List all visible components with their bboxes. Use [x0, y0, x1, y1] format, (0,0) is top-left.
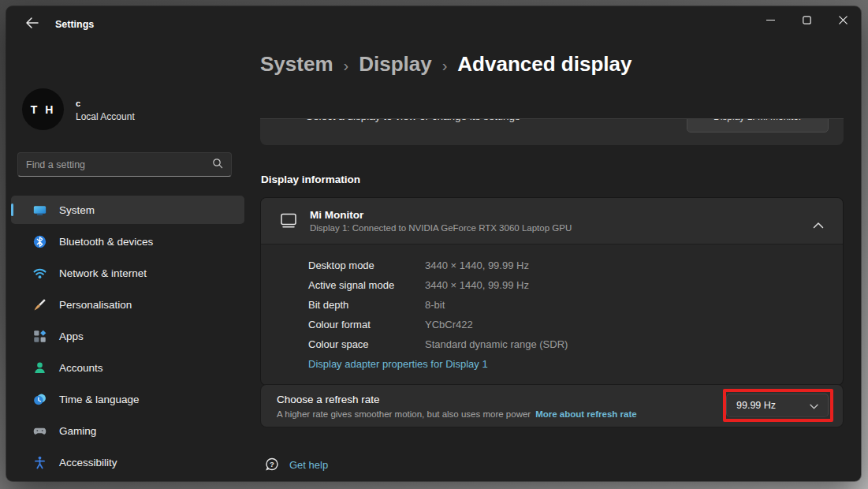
sidebar-item-system[interactable]: System	[11, 196, 244, 224]
window-title: Settings	[55, 19, 94, 30]
sidebar-item-gaming[interactable]: Gaming	[11, 416, 244, 445]
back-button[interactable]	[19, 13, 46, 35]
monitor-card-header[interactable]: Mi Monitor Display 1: Connected to NVIDI…	[261, 198, 843, 244]
sidebar-item-label: Gaming	[59, 425, 96, 437]
close-button[interactable]	[825, 6, 861, 33]
sidebar-item-privacy-security[interactable]: Privacy & security	[11, 480, 244, 481]
accessibility-icon	[33, 456, 47, 469]
breadcrumb-separator: ›	[442, 57, 448, 75]
detail-label: Desktop mode	[308, 259, 425, 271]
breadcrumb-system[interactable]: System	[260, 52, 333, 77]
detail-value: 3440 × 1440, 99.99 Hz	[425, 259, 529, 271]
desktop-background: Settings T H c Local Account	[0, 0, 868, 489]
detail-label: Colour space	[308, 338, 425, 350]
display-selector-dropdown-clipped[interactable]: Display 1: Mi Monitor	[687, 118, 829, 133]
sidebar-item-network-internet[interactable]: Network & internet	[11, 259, 244, 287]
user-name: c	[76, 99, 80, 108]
monitor-card-body: Desktop mode 3440 × 1440, 99.99 Hz Activ…	[261, 244, 843, 385]
detail-row-colour-format: Colour format YCbCr422	[308, 315, 843, 334]
settings-window: Settings T H c Local Account	[6, 6, 861, 481]
sidebar-item-label: Accessibility	[59, 457, 117, 468]
get-help-row[interactable]: ? Get help	[263, 457, 328, 473]
content-column: Select a display to view or change its s…	[260, 118, 844, 145]
maximize-button[interactable]	[788, 6, 825, 33]
detail-row-active-signal-mode: Active signal mode 3440 × 1440, 99.99 Hz	[308, 275, 843, 295]
accounts-icon	[33, 361, 47, 375]
detail-row-desktop-mode: Desktop mode 3440 × 1440, 99.99 Hz	[308, 256, 843, 275]
detail-row-colour-space: Colour space Standard dynamic range (SDR…	[308, 334, 843, 354]
close-icon	[839, 16, 848, 24]
sidebar: T H c Local Account System	[6, 43, 260, 481]
sidebar-item-label: Time & language	[59, 394, 140, 405]
sidebar-item-apps[interactable]: Apps	[11, 322, 244, 350]
display-adapter-properties-link[interactable]: Display adapter properties for Display 1	[308, 358, 488, 370]
detail-label: Colour format	[308, 319, 425, 330]
system-icon	[33, 203, 47, 217]
sidebar-item-personalisation[interactable]: Personalisation	[11, 290, 244, 319]
selected-indicator-pill	[11, 203, 13, 216]
display-information-heading: Display information	[261, 174, 360, 185]
titlebar[interactable]: Settings	[6, 6, 861, 43]
sidebar-item-accessibility[interactable]: Accessibility	[11, 448, 244, 476]
time-language-icon	[33, 393, 47, 406]
breadcrumb-separator: ›	[344, 57, 349, 75]
avatar[interactable]: T H	[22, 88, 64, 130]
minimize-button[interactable]	[752, 6, 788, 33]
bluetooth-icon	[33, 235, 47, 248]
get-help-icon: ?	[263, 457, 280, 473]
detail-row-bit-depth: Bit depth 8-bit	[308, 295, 843, 315]
sidebar-item-label: Accounts	[59, 362, 103, 374]
sidebar-item-label: Network & internet	[59, 267, 147, 279]
refresh-rate-value: 99.99 Hz	[736, 400, 776, 411]
sidebar-item-accounts[interactable]: Accounts	[11, 353, 244, 382]
detail-value: Standard dynamic range (SDR)	[425, 338, 568, 350]
sidebar-item-time-language[interactable]: Time & language	[11, 385, 244, 413]
account-type-label: Local Account	[76, 111, 135, 122]
detail-value: 8-bit	[425, 299, 445, 311]
sidebar-item-label: Bluetooth & devices	[59, 236, 153, 248]
apps-icon	[33, 330, 47, 343]
detail-value: 3440 × 1440, 99.99 Hz	[425, 279, 529, 291]
gaming-icon	[33, 424, 47, 438]
caption-controls	[752, 6, 861, 33]
refresh-rate-title: Choose a refresh rate	[277, 394, 380, 405]
sidebar-item-label: System	[59, 204, 95, 216]
refresh-rate-card: Choose a refresh rate A higher rate give…	[260, 384, 844, 427]
back-arrow-icon	[25, 17, 39, 32]
more-about-refresh-rate-link[interactable]: More about refresh rate	[535, 409, 636, 419]
sidebar-item-label: Apps	[59, 330, 84, 342]
main-content: System › Display › Advanced display Sele…	[260, 43, 861, 481]
maximize-icon	[803, 16, 811, 24]
sidebar-item-label: Personalisation	[59, 299, 132, 311]
display-selector-label-clipped: Select a display to view or change its s…	[306, 118, 520, 125]
detail-label: Active signal mode	[308, 279, 425, 291]
network-icon	[33, 267, 47, 280]
detail-label: Bit depth	[308, 299, 425, 311]
monitor-name: Mi Monitor	[310, 209, 813, 221]
monitor-info-card: Mi Monitor Display 1: Connected to NVIDI…	[260, 197, 844, 386]
sidebar-nav: System Bluetooth & devices Network & int…	[11, 196, 244, 481]
monitor-connection: Display 1: Connected to NVIDIA GeForce R…	[310, 223, 813, 233]
breadcrumb-display[interactable]: Display	[359, 52, 432, 77]
get-help-link[interactable]: Get help	[289, 459, 328, 471]
minimize-icon	[766, 16, 775, 24]
display-selector-card-clipped: Select a display to view or change its s…	[260, 118, 844, 145]
monitor-icon	[278, 212, 299, 230]
svg-text:?: ?	[270, 460, 274, 468]
chevron-up-icon[interactable]	[813, 218, 824, 225]
search-icon	[212, 158, 223, 172]
search-box[interactable]	[17, 152, 232, 177]
breadcrumb-current-page: Advanced display	[457, 52, 631, 77]
personalisation-icon	[33, 298, 47, 312]
refresh-rate-dropdown[interactable]: 99.99 Hz	[726, 394, 829, 417]
search-input[interactable]	[26, 159, 212, 170]
detail-value: YCbCr422	[425, 319, 473, 330]
breadcrumb: System › Display › Advanced display	[260, 52, 631, 77]
sidebar-item-bluetooth-devices[interactable]: Bluetooth & devices	[11, 227, 244, 256]
refresh-rate-description: A higher rate gives smoother motion, but…	[277, 409, 637, 419]
chevron-down-icon	[810, 398, 818, 412]
